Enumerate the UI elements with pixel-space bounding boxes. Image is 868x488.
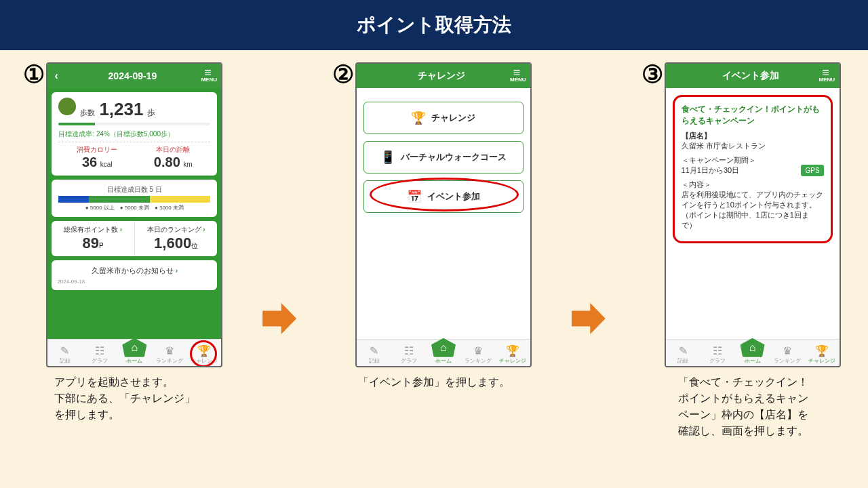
steps-unit: 歩	[147, 107, 155, 119]
tab-bar: ✎記録 ☷グラフ ⌂ホーム ♛ランキング 🏆チャレンジ	[666, 339, 840, 366]
phone1-body: 歩数 1,231 歩 目標達成率: 24%（目標歩数5,000歩） 消費カロリー…	[47, 88, 221, 366]
challenge-button[interactable]: 🏆チャレンジ	[363, 102, 524, 134]
caption-3: 「食べて・チェックイン！ ポイントがもらえるキャン ペーン」枠内の【店名】を 確…	[673, 374, 814, 439]
phone1-header: ‹ 2024-09-19 ≡MENU	[47, 64, 221, 88]
steps-card: 歩数 1,231 歩 目標達成率: 24%（目標歩数5,000歩） 消費カロリー…	[52, 92, 217, 176]
tab-record[interactable]: ✎記録	[50, 344, 81, 365]
tab-home[interactable]: ⌂ホーム	[737, 342, 768, 365]
phone3-body: 食べて・チェックイン！ポイントがもらえるキャンペーン 【店名】久留米 市庁舎レス…	[666, 88, 840, 366]
tab-ranking[interactable]: ♛ランキング	[772, 344, 803, 365]
tab-bar: ✎記録 ☷グラフ ⌂ホーム ♛ランキング 🏆チャレンジ	[357, 339, 530, 366]
step-3: ③ イベント参加 ≡MENU 食べて・チェックイン！ポイントがもらえるキャンペー…	[642, 62, 845, 439]
goal-text: 目標達成率: 24%（目標歩数5,000歩）	[58, 129, 210, 142]
phone2-body: 🏆チャレンジ 📱バーチャルウォークコース 📅イベント参加 ✎記録 ☷グラフ ⌂ホ…	[357, 88, 530, 366]
tab-ranking[interactable]: ♛ランキング	[154, 344, 185, 365]
mascot-icon	[58, 98, 76, 115]
caption-2: 「イベント参加」を押します。	[353, 374, 515, 390]
phone2-header: チャレンジ ≡MENU	[357, 64, 530, 88]
points-cell[interactable]: 総保有ポイント数 › 89P	[52, 221, 135, 256]
arrow-icon	[262, 303, 296, 334]
tab-bar: ✎記録 ☷グラフ ⌂ホーム ♛ランキング 🏆チャレンジ	[47, 339, 221, 366]
step-number-3: ③	[642, 62, 663, 87]
tab-home[interactable]: ⌂ホーム	[119, 342, 150, 365]
event-title: 食べて・チェックイン！ポイントがもらえるキャンペーン	[682, 104, 824, 127]
tab-ranking[interactable]: ♛ランキング	[462, 344, 494, 365]
notice-card[interactable]: 久留米市からのお知らせ › 2024-09-18	[52, 260, 217, 290]
phone3-header: イベント参加 ≡MENU	[666, 64, 840, 88]
gps-badge[interactable]: GPS	[801, 165, 823, 176]
steps-value: 1,231	[99, 99, 143, 120]
phone-screen-2: チャレンジ ≡MENU 🏆チャレンジ 📱バーチャルウォークコース 📅イベント参加…	[355, 62, 532, 367]
back-icon[interactable]: ‹	[54, 70, 64, 82]
tab-challenge[interactable]: 🏆チャレンジ	[497, 344, 528, 365]
tab-challenge[interactable]: 🏆チャレンジ	[189, 344, 220, 365]
ranking-cell[interactable]: 本日のランキング › 1,600位	[135, 221, 218, 256]
days-card: 目標達成日数 5 日 ● 5000 以上 ● 5000 未満 ● 3000 未満	[52, 180, 217, 217]
tab-graph[interactable]: ☷グラフ	[84, 344, 115, 365]
tab-graph[interactable]: ☷グラフ	[702, 344, 733, 365]
step-number-2: ②	[332, 62, 354, 87]
step-1: ① ‹ 2024-09-19 ≡MENU 歩数 1,231 歩	[23, 62, 226, 423]
menu-icon[interactable]: ≡MENU	[819, 69, 833, 83]
progress-bar	[58, 123, 210, 125]
points-row: 総保有ポイント数 › 89P 本日のランキング › 1,600位	[52, 221, 217, 256]
tab-graph[interactable]: ☷グラフ	[393, 344, 425, 365]
page-title: ポイント取得方法	[0, 0, 868, 50]
event-join-button[interactable]: 📅イベント参加	[363, 180, 524, 213]
days-legend: ● 5000 以上 ● 5000 未満 ● 3000 未満	[58, 204, 210, 211]
calorie-metric: 消費カロリー 36 kcal	[77, 145, 117, 170]
phone-screen-1: ‹ 2024-09-19 ≡MENU 歩数 1,231 歩 目標達成率: 24%…	[46, 62, 222, 367]
arrow-icon	[572, 303, 606, 334]
phone1-date: 2024-09-19	[64, 70, 201, 81]
steps-label: 歩数	[80, 108, 95, 118]
step-2: ② チャレンジ ≡MENU 🏆チャレンジ 📱バーチャルウォークコース 📅イベント…	[332, 62, 536, 390]
tab-record[interactable]: ✎記録	[359, 344, 390, 365]
phone-screen-3: イベント参加 ≡MENU 食べて・チェックイン！ポイントがもらえるキャンペーン …	[665, 62, 841, 367]
tab-record[interactable]: ✎記録	[667, 344, 698, 365]
steps-container: ① ‹ 2024-09-19 ≡MENU 歩数 1,231 歩	[0, 50, 868, 439]
caption-1: アプリを起動させます。 下部にある、「チャレンジ」 を押します。	[49, 374, 201, 423]
tab-home[interactable]: ⌂ホーム	[428, 342, 459, 365]
distance-metric: 本日の距離 0.80 km	[154, 145, 193, 170]
step-number-1: ①	[23, 62, 45, 87]
menu-icon[interactable]: ≡MENU	[201, 69, 214, 83]
phone3-title: イベント参加	[682, 70, 819, 82]
virtual-walk-button[interactable]: 📱バーチャルウォークコース	[363, 141, 524, 174]
menu-icon[interactable]: ≡MENU	[510, 69, 524, 83]
event-card[interactable]: 食べて・チェックイン！ポイントがもらえるキャンペーン 【店名】久留米 市庁舎レス…	[673, 95, 833, 243]
phone2-title: チャレンジ	[373, 70, 510, 82]
days-title: 目標達成日数 5 日	[58, 185, 210, 195]
tab-challenge[interactable]: 🏆チャレンジ	[806, 344, 837, 365]
